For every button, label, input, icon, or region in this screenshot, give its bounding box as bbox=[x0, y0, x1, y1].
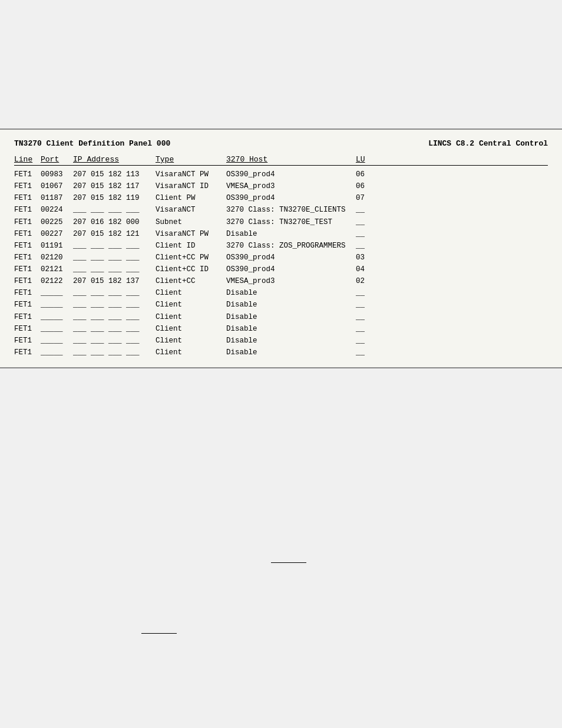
cell-ip: ___ ___ ___ ___ bbox=[73, 252, 156, 263]
cell-host: OS390_prod4 bbox=[226, 264, 356, 275]
cell-type: Client bbox=[156, 324, 226, 334]
cell-line: FET1 bbox=[14, 312, 41, 322]
table-row[interactable]: FET1________ ___ ___ ___ClientDisable__ bbox=[14, 324, 548, 334]
cell-ip: ___ ___ ___ ___ bbox=[73, 335, 156, 346]
cell-port: 02120 bbox=[41, 252, 73, 263]
cell-host: 3270 Class: TN3270E_CLIENTS bbox=[226, 205, 356, 215]
cell-host: Disable bbox=[226, 335, 356, 346]
cell-port: _____ bbox=[41, 335, 73, 346]
table-row[interactable]: FET102121___ ___ ___ ___Client+CC IDOS39… bbox=[14, 264, 548, 275]
table-row[interactable]: FET1________ ___ ___ ___ClientDisable__ bbox=[14, 312, 548, 322]
cell-lu: __ bbox=[356, 217, 385, 228]
cell-type: VisaraNCT bbox=[156, 205, 226, 215]
bottom-underline-2 bbox=[141, 633, 177, 634]
cell-lu: __ bbox=[356, 347, 385, 358]
cell-line: FET1 bbox=[14, 181, 41, 192]
cell-type: Client ID bbox=[156, 241, 226, 251]
cell-lu: __ bbox=[356, 288, 385, 298]
cell-lu: __ bbox=[356, 312, 385, 322]
cell-host: Disable bbox=[226, 324, 356, 334]
column-headers: Line Port IP Address Type 3270 Host LU bbox=[14, 155, 548, 166]
cell-type: Client+CC PW bbox=[156, 252, 226, 263]
cell-type: VisaraNCT ID bbox=[156, 181, 226, 192]
cell-line: FET1 bbox=[14, 288, 41, 298]
cell-ip: ___ ___ ___ ___ bbox=[73, 205, 156, 215]
cell-lu: 02 bbox=[356, 276, 385, 286]
table-row[interactable]: FET100983207 015 182 113VisaraNCT PWOS39… bbox=[14, 169, 548, 180]
table-row[interactable]: FET100224___ ___ ___ ___VisaraNCT3270 Cl… bbox=[14, 205, 548, 215]
cell-line: FET1 bbox=[14, 229, 41, 239]
cell-port: _____ bbox=[41, 312, 73, 322]
col-line: Line bbox=[14, 155, 41, 164]
table-row[interactable]: FET1________ ___ ___ ___ClientDisable__ bbox=[14, 288, 548, 298]
cell-host: OS390_prod4 bbox=[226, 169, 356, 180]
cell-type: Client bbox=[156, 335, 226, 346]
cell-line: FET1 bbox=[14, 169, 41, 180]
col-host: 3270 Host bbox=[226, 155, 356, 164]
cell-ip: 207 015 182 119 bbox=[73, 193, 156, 203]
cell-line: FET1 bbox=[14, 347, 41, 358]
cell-ip: 207 015 182 117 bbox=[73, 181, 156, 192]
cell-ip: ___ ___ ___ ___ bbox=[73, 299, 156, 310]
cell-ip: ___ ___ ___ ___ bbox=[73, 347, 156, 358]
table-row[interactable]: FET101187207 015 182 119Client PWOS390_p… bbox=[14, 193, 548, 203]
cell-lu: 03 bbox=[356, 252, 385, 263]
cell-host: OS390_prod4 bbox=[226, 193, 356, 203]
cell-lu: __ bbox=[356, 241, 385, 251]
cell-host: Disable bbox=[226, 312, 356, 322]
data-rows: FET100983207 015 182 113VisaraNCT PWOS39… bbox=[14, 169, 548, 358]
cell-type: Client+CC ID bbox=[156, 264, 226, 275]
cell-ip: ___ ___ ___ ___ bbox=[73, 324, 156, 334]
cell-lu: 06 bbox=[356, 181, 385, 192]
cell-line: FET1 bbox=[14, 299, 41, 310]
cell-lu: 06 bbox=[356, 169, 385, 180]
cell-host: 3270 Class: ZOS_PROGRAMMERS bbox=[226, 241, 356, 251]
cell-type: Subnet bbox=[156, 217, 226, 228]
cell-host: Disable bbox=[226, 229, 356, 239]
cell-host: Disable bbox=[226, 299, 356, 310]
cell-port: 02121 bbox=[41, 264, 73, 275]
cell-host: VMESA_prod3 bbox=[226, 276, 356, 286]
cell-ip: 207 016 182 000 bbox=[73, 217, 156, 228]
col-type: Type bbox=[156, 155, 226, 164]
col-ip: IP Address bbox=[73, 155, 156, 164]
table-row[interactable]: FET100225207 016 182 000Subnet3270 Class… bbox=[14, 217, 548, 228]
table-row[interactable]: FET102122207 015 182 137Client+CCVMESA_p… bbox=[14, 276, 548, 286]
cell-port: _____ bbox=[41, 288, 73, 298]
cell-ip: ___ ___ ___ ___ bbox=[73, 241, 156, 251]
table-row[interactable]: FET102120___ ___ ___ ___Client+CC PWOS39… bbox=[14, 252, 548, 263]
cell-host: VMESA_prod3 bbox=[226, 181, 356, 192]
cell-type: Client PW bbox=[156, 193, 226, 203]
cell-port: 01191 bbox=[41, 241, 73, 251]
page-wrapper: TN3270 Client Definition Panel 000 LINCS… bbox=[0, 0, 562, 728]
cell-type: Client+CC bbox=[156, 276, 226, 286]
cell-ip: ___ ___ ___ ___ bbox=[73, 288, 156, 298]
cell-lu: 04 bbox=[356, 264, 385, 275]
cell-host: Disable bbox=[226, 288, 356, 298]
cell-host: 3270 Class: TN3270E_TEST bbox=[226, 217, 356, 228]
cell-line: FET1 bbox=[14, 324, 41, 334]
table-row[interactable]: FET101191___ ___ ___ ___Client ID3270 Cl… bbox=[14, 241, 548, 251]
cell-port: 01067 bbox=[41, 181, 73, 192]
cell-line: FET1 bbox=[14, 276, 41, 286]
cell-lu: __ bbox=[356, 299, 385, 310]
cell-port: 01187 bbox=[41, 193, 73, 203]
table-row[interactable]: FET100227207 015 182 121VisaraNCT PWDisa… bbox=[14, 229, 548, 239]
cell-port: _____ bbox=[41, 347, 73, 358]
table-row[interactable]: FET1________ ___ ___ ___ClientDisable__ bbox=[14, 347, 548, 358]
cell-line: FET1 bbox=[14, 241, 41, 251]
top-section bbox=[0, 0, 562, 130]
panel-header: TN3270 Client Definition Panel 000 LINCS… bbox=[14, 139, 548, 148]
bottom-section bbox=[0, 368, 562, 728]
cell-ip: 207 015 182 113 bbox=[73, 169, 156, 180]
cell-type: VisaraNCT PW bbox=[156, 169, 226, 180]
table-row[interactable]: FET101067207 015 182 117VisaraNCT IDVMES… bbox=[14, 181, 548, 192]
cell-type: VisaraNCT PW bbox=[156, 229, 226, 239]
table-row[interactable]: FET1________ ___ ___ ___ClientDisable__ bbox=[14, 335, 548, 346]
cell-type: Client bbox=[156, 299, 226, 310]
table-row[interactable]: FET1________ ___ ___ ___ClientDisable__ bbox=[14, 299, 548, 310]
cell-line: FET1 bbox=[14, 264, 41, 275]
main-panel: TN3270 Client Definition Panel 000 LINCS… bbox=[0, 130, 562, 368]
cell-lu: __ bbox=[356, 324, 385, 334]
panel-subtitle: LINCS C8.2 Central Control bbox=[428, 139, 548, 148]
